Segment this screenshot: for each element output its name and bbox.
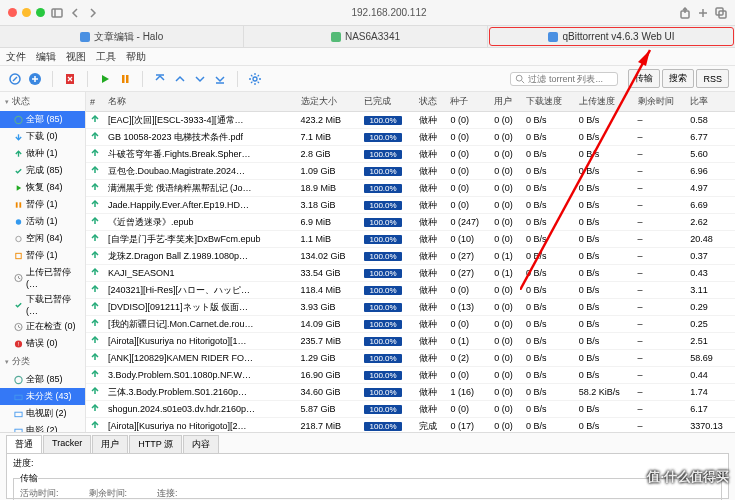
sidebar-item[interactable]: !错误 (0)	[0, 335, 85, 352]
rss-tab-button[interactable]: RSS	[696, 69, 729, 88]
table-row[interactable]: [EAC][次回][ESCL-3933-4][通常… 423.2 MiB 100…	[86, 112, 735, 129]
cat-icon	[14, 409, 23, 418]
menu-item[interactable]: 工具	[96, 50, 116, 64]
column-header[interactable]: 种子	[446, 92, 490, 112]
column-header[interactable]: 比率	[686, 92, 735, 112]
table-row[interactable]: [240321][Hi-Res][ハロー、ハッピ… 118.4 MiB 100.…	[86, 282, 735, 299]
maximize-window[interactable]	[36, 8, 45, 17]
sidebar-toggle-icon[interactable]	[51, 7, 63, 19]
sidebar-item[interactable]: 空闲 (84)	[0, 230, 85, 247]
menu-item[interactable]: 编辑	[36, 50, 56, 64]
move-bottom-icon[interactable]	[211, 70, 229, 88]
table-row[interactable]: 豆包仓.Doubao.Magistrate.2024… 1.09 GiB 100…	[86, 163, 735, 180]
filter-input[interactable]	[528, 74, 613, 84]
sidebar-item[interactable]: 恢复 (84)	[0, 179, 85, 196]
table-row[interactable]: [Airota][Kusuriya no Hitorigoto][2… 218.…	[86, 418, 735, 433]
add-link-icon[interactable]	[6, 70, 24, 88]
browser-tab[interactable]: 文章编辑 - Halo	[0, 26, 244, 47]
sidebar-item[interactable]: 暂停 (1)	[0, 247, 85, 264]
sidebar-group-header[interactable]: 状态	[0, 92, 85, 111]
table-row[interactable]: [Airota][Kusuriya no Hitorigoto][1… 235.…	[86, 333, 735, 350]
close-window[interactable]	[8, 8, 17, 17]
detail-tab[interactable]: 用户	[92, 435, 128, 453]
sidebar-item[interactable]: 暂停 (1)	[0, 196, 85, 213]
table-row[interactable]: [我的新疆日记].Mon.Carnet.de.rou… 14.09 GiB 10…	[86, 316, 735, 333]
settings-icon[interactable]	[246, 70, 264, 88]
progress-cell: 100.0%	[360, 197, 415, 214]
status-cell: 做种	[415, 282, 446, 299]
column-header[interactable]: #	[86, 92, 104, 112]
menu-item[interactable]: 视图	[66, 50, 86, 64]
menu-item[interactable]: 帮助	[126, 50, 146, 64]
table-row[interactable]: [ANK][120829]KAMEN RIDER FO… 1.29 GiB 10…	[86, 350, 735, 367]
browser-tab[interactable]: NAS6A3341	[244, 26, 488, 47]
sidebar-group-header[interactable]: 分类	[0, 352, 85, 371]
sidebar-item[interactable]: 全部 (85)	[0, 371, 85, 388]
address-bar[interactable]: 192.168.200.112	[351, 7, 426, 18]
dl-cell: 0 B/s	[522, 282, 575, 299]
torrent-table[interactable]: #名称选定大小已完成状态种子用户下载速度上传速度剩余时间比率 [EAC][次回]…	[86, 92, 735, 432]
sidebar-item[interactable]: 未分类 (43)	[0, 388, 85, 405]
sidebar-item[interactable]: 完成 (85)	[0, 162, 85, 179]
detail-tab[interactable]: HTTP 源	[129, 435, 182, 453]
sidebar-item[interactable]: 全部 (85)	[0, 111, 85, 128]
dl-cell: 0 B/s	[522, 367, 575, 384]
minimize-window[interactable]	[22, 8, 31, 17]
svg-rect-12	[126, 75, 129, 83]
column-header[interactable]: 上传速度	[575, 92, 634, 112]
eta-cell: –	[634, 248, 687, 265]
sidebar-item[interactable]: 下载已暂停 (…	[0, 291, 85, 318]
sidebar-item[interactable]: 电影 (2)	[0, 422, 85, 432]
tabs-overview-icon[interactable]	[715, 7, 727, 19]
svg-point-23	[16, 236, 21, 241]
new-tab-icon[interactable]	[697, 7, 709, 19]
table-row[interactable]: 满洲黑手党 俄语纳粹黑帮乱记 (Jo… 18.9 MiB 100.0% 做种 0…	[86, 180, 735, 197]
back-icon[interactable]	[69, 7, 81, 19]
browser-tab[interactable]: qBittorrent v4.6.3 Web UI	[489, 27, 734, 46]
share-icon[interactable]	[679, 7, 691, 19]
detail-tab[interactable]: 普通	[6, 435, 42, 453]
column-header[interactable]: 选定大小	[297, 92, 361, 112]
detail-tab[interactable]: Tracker	[43, 435, 91, 453]
column-header[interactable]: 下载速度	[522, 92, 575, 112]
table-row[interactable]: Jade.Happily.Ever.After.Ep19.HD… 3.18 Gi…	[86, 197, 735, 214]
sidebar: 状态全部 (85)下载 (0)做种 (1)完成 (85)恢复 (84)暂停 (1…	[0, 92, 86, 432]
table-row[interactable]: 三体.3.Body.Problem.S01.2160p… 34.60 GiB 1…	[86, 384, 735, 401]
table-row[interactable]: 斗破苍穹年番.Fights.Break.Spher… 2.8 GiB 100.0…	[86, 146, 735, 163]
sidebar-item[interactable]: 做种 (1)	[0, 145, 85, 162]
table-row[interactable]: GB 10058-2023 电梯技术条件.pdf 7.1 MiB 100.0% …	[86, 129, 735, 146]
table-row[interactable]: [自学是门手艺-李笑来]DxBwFcm.epub 1.1 MiB 100.0% …	[86, 231, 735, 248]
column-header[interactable]: 已完成	[360, 92, 415, 112]
column-header[interactable]: 用户	[490, 92, 522, 112]
sidebar-item[interactable]: 上传已暂停 (…	[0, 264, 85, 291]
sidebar-item[interactable]: 电视剧 (2)	[0, 405, 85, 422]
forward-icon[interactable]	[87, 7, 99, 19]
pause-icon[interactable]	[116, 70, 134, 88]
table-row[interactable]: 3.Body.Problem.S01.1080p.NF.W… 16.90 GiB…	[86, 367, 735, 384]
move-up-icon[interactable]	[171, 70, 189, 88]
menu-item[interactable]: 文件	[6, 50, 26, 64]
column-header[interactable]: 名称	[104, 92, 297, 112]
ratio-cell: 6.69	[686, 197, 735, 214]
column-header[interactable]: 剩余时间	[634, 92, 687, 112]
table-row[interactable]: KAJI_SEASON1 33.54 GiB 100.0% 做种 0 (27) …	[86, 265, 735, 282]
filter-box[interactable]	[510, 72, 618, 86]
column-header[interactable]: 状态	[415, 92, 446, 112]
svg-point-16	[517, 75, 523, 81]
move-down-icon[interactable]	[191, 70, 209, 88]
sidebar-item[interactable]: 正在检查 (0)	[0, 318, 85, 335]
table-row[interactable]: 《近曾透迷录》.epub 6.9 MiB 100.0% 做种 0 (247) 0…	[86, 214, 735, 231]
search-tab-button[interactable]: 搜索	[662, 69, 694, 88]
sidebar-item[interactable]: 下载 (0)	[0, 128, 85, 145]
table-row[interactable]: shogun.2024.s01e03.dv.hdr.2160p… 5.87 Gi…	[86, 401, 735, 418]
eta-cell: –	[634, 214, 687, 231]
sidebar-item[interactable]: 活动 (1)	[0, 213, 85, 230]
table-row[interactable]: [DVDISO][091211]ネット版 仮面… 3.93 GiB 100.0%…	[86, 299, 735, 316]
table-row[interactable]: 龙珠Z.Dragon Ball Z.1989.1080p… 134.02 GiB…	[86, 248, 735, 265]
start-icon[interactable]	[96, 70, 114, 88]
move-top-icon[interactable]	[151, 70, 169, 88]
add-torrent-icon[interactable]	[26, 70, 44, 88]
delete-icon[interactable]	[61, 70, 79, 88]
detail-tab[interactable]: 内容	[183, 435, 219, 453]
transfer-tab-button[interactable]: 传输	[628, 69, 660, 88]
